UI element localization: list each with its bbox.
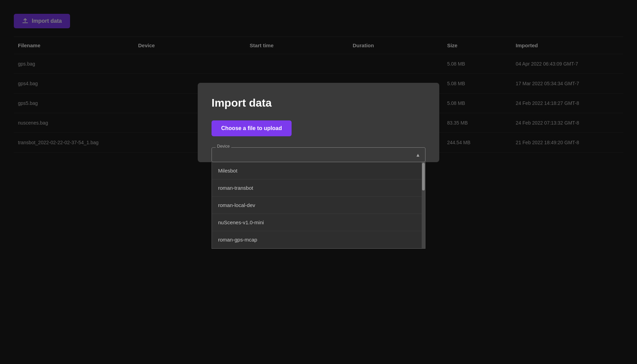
dropdown-list: Milesbotroman-transbotroman-local-devnuS… (212, 162, 425, 249)
dropdown-item[interactable]: roman-gps-mcap (212, 231, 422, 248)
dropdown-arrow-icon[interactable]: ▲ (415, 152, 420, 158)
choose-file-button[interactable]: Choose a file to upload (212, 120, 292, 136)
dropdown-items: Milesbotroman-transbotroman-local-devnuS… (212, 162, 422, 248)
dropdown-item[interactable]: Milesbot (212, 162, 422, 179)
scrollbar-thumb (422, 163, 425, 190)
device-field-wrapper: Device ▲ Milesbotroman-transbotroman-loc… (212, 147, 425, 162)
dropdown-item[interactable]: roman-transbot (212, 179, 422, 197)
modal-overlay: Import data Choose a file to upload Devi… (0, 0, 637, 364)
device-input-row: ▲ (212, 147, 425, 162)
scrollbar-track[interactable] (422, 162, 425, 248)
dropdown-item[interactable]: roman-local-dev (212, 197, 422, 214)
import-modal: Import data Choose a file to upload Devi… (198, 83, 439, 162)
modal-title: Import data (212, 97, 425, 109)
device-field-label: Device (216, 144, 231, 149)
dropdown-item[interactable]: nuScenes-v1.0-mini (212, 214, 422, 231)
device-input[interactable] (217, 152, 415, 158)
